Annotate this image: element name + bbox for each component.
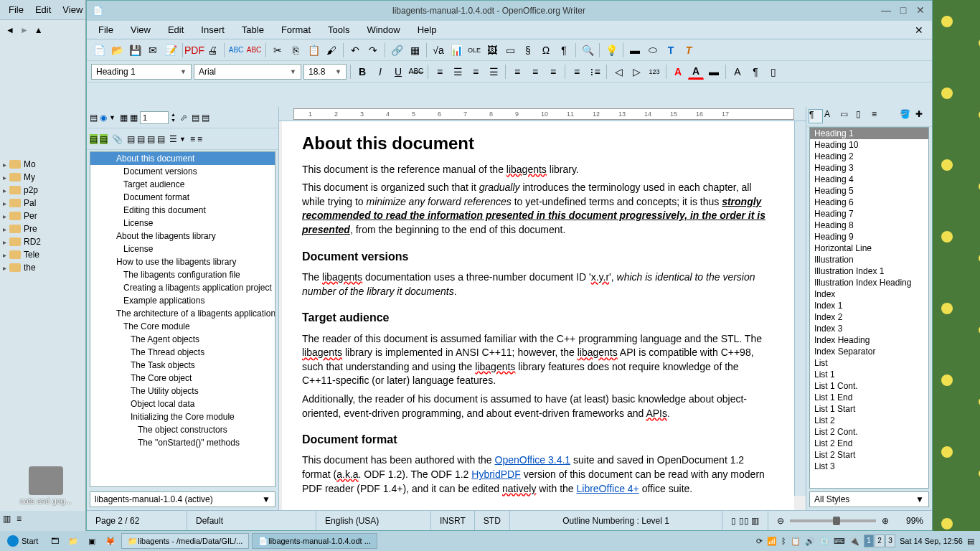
nav-promote-chapter-icon[interactable]: ▤ xyxy=(127,134,135,144)
fm-folder[interactable]: ▸Mo xyxy=(0,158,85,171)
style-item[interactable]: Heading 9 xyxy=(810,231,928,242)
style-item[interactable]: List 3 xyxy=(810,461,928,472)
menu-tools[interactable]: Tools xyxy=(321,22,357,38)
paste-icon[interactable]: 📋 xyxy=(306,42,321,58)
nav-clip-icon[interactable]: 📎 xyxy=(112,134,123,144)
email-icon[interactable]: ✉ xyxy=(145,42,161,58)
highlight-icon[interactable]: A xyxy=(688,64,704,80)
style-item[interactable]: Heading 1 xyxy=(810,128,928,139)
page-styles-icon[interactable]: ▯ xyxy=(856,109,870,123)
style-item[interactable]: Heading 10 xyxy=(810,139,928,151)
nav-heading-levels-icon[interactable]: ☰ xyxy=(169,134,177,144)
save-icon[interactable]: 💾 xyxy=(127,42,143,58)
tray-volume-icon[interactable]: 🔊 xyxy=(805,537,815,546)
fm-menu-edit[interactable]: Edit xyxy=(35,4,51,15)
list-styles-icon[interactable]: ≡ xyxy=(872,109,886,123)
nav-move-down-icon[interactable]: ≡ xyxy=(197,134,202,144)
style-item[interactable]: Heading 6 xyxy=(810,197,928,208)
export-pdf-icon[interactable]: PDF xyxy=(187,42,202,58)
forward-icon[interactable]: ► xyxy=(20,25,29,35)
fm-folder[interactable]: ▸Pre xyxy=(0,222,85,235)
nav-move-up-icon[interactable]: ≡ xyxy=(190,134,195,144)
nav-tree-item[interactable]: Creating a libagents application project xyxy=(90,281,275,294)
font-color-icon[interactable]: A xyxy=(670,64,686,80)
document-page[interactable]: About this document This document is the… xyxy=(282,121,794,510)
tray-removable-icon[interactable]: 💿 xyxy=(819,537,829,546)
horizontal-ruler[interactable]: 1234567891011121314151617 xyxy=(279,107,806,121)
font-name-combo[interactable]: Arial▼ xyxy=(194,64,301,80)
up-icon[interactable]: ▲ xyxy=(34,25,43,35)
fill-format-icon[interactable]: 🪣 xyxy=(900,109,914,123)
italic-icon[interactable]: I xyxy=(372,64,388,80)
paragraph-styles-icon[interactable]: ¶ xyxy=(809,109,823,123)
menu-window[interactable]: Window xyxy=(359,22,407,38)
vertical-scrollbar[interactable] xyxy=(794,121,806,496)
navigator-tree[interactable]: About this documentDocument versionsTarg… xyxy=(90,151,275,487)
status-language[interactable]: English (USA) xyxy=(316,511,431,530)
nav-header-icon[interactable]: ▤ xyxy=(192,113,199,123)
nav-demote-icon[interactable]: ▤ xyxy=(157,134,165,144)
nav-tree-item[interactable]: The Task objects xyxy=(90,359,275,372)
frame-styles-icon[interactable]: ▭ xyxy=(840,109,854,123)
menu-file[interactable]: File xyxy=(91,22,121,38)
nav-compass-icon[interactable]: ◉ xyxy=(100,113,107,123)
nav-promote-icon[interactable]: ▤ xyxy=(147,134,155,144)
nav-tree-item[interactable]: Editing this document xyxy=(90,204,275,217)
menu-view[interactable]: View xyxy=(123,22,158,38)
image-icon[interactable]: 🖼 xyxy=(484,42,500,58)
style-item[interactable]: List 2 Start xyxy=(810,449,928,461)
terminal-icon[interactable]: ▣ xyxy=(84,533,100,549)
style-item[interactable]: List 1 Cont. xyxy=(810,380,928,392)
nav-tree-item[interactable]: Example applications xyxy=(90,294,275,307)
nonprinting-icon[interactable]: ¶ xyxy=(556,42,572,58)
fontwork-icon[interactable]: T xyxy=(681,42,697,58)
align-justify-icon[interactable]: ☰ xyxy=(486,64,501,80)
style-item[interactable]: List 1 Start xyxy=(810,403,928,415)
nav-tree-item[interactable]: The Thread objects xyxy=(90,346,275,359)
hyperlink-icon[interactable]: 🔗 xyxy=(389,42,405,58)
zoom-icon[interactable]: 🔍 xyxy=(580,42,595,58)
ole-icon[interactable]: OLE xyxy=(466,42,482,58)
style-item[interactable]: List 1 End xyxy=(810,392,928,403)
maximize-button[interactable]: □ xyxy=(897,5,909,17)
special-char-icon[interactable]: Ω xyxy=(538,42,554,58)
clock[interactable]: Sat 14 Sep, 12:56 xyxy=(900,537,963,545)
formula-icon[interactable]: √a xyxy=(430,42,446,58)
styles-list[interactable]: Heading 1Heading 10Heading 2Heading 3Hea… xyxy=(809,127,929,489)
tray-wifi-icon[interactable]: 📶 xyxy=(767,537,777,546)
spellcheck-icon[interactable]: ABC xyxy=(228,42,244,58)
minimize-button[interactable]: — xyxy=(880,5,892,17)
nav-page-input[interactable] xyxy=(140,111,169,124)
style-item[interactable]: Heading 7 xyxy=(810,208,928,220)
fm-tool-2[interactable]: ≡ xyxy=(17,514,22,528)
view-layout-icons[interactable]: ▯ ▯▯ ▥ xyxy=(722,511,768,530)
paragraph-dialog-icon[interactable]: ¶ xyxy=(748,64,763,80)
nav-toggle-icon[interactable]: ▤ xyxy=(90,113,98,123)
fm-folder[interactable]: ▸Tele xyxy=(0,248,85,261)
style-item[interactable]: Illustration Index Heading xyxy=(810,277,928,288)
style-item[interactable]: List 1 xyxy=(810,369,928,380)
style-item[interactable]: Heading 2 xyxy=(810,151,928,162)
zoom-percent[interactable]: 99% xyxy=(897,511,932,530)
nav-tree-item[interactable]: Object local data xyxy=(90,397,275,410)
align-center-icon[interactable]: ☰ xyxy=(450,64,466,80)
nav-tree-item[interactable]: The libagents configuration file xyxy=(90,268,275,281)
status-selection-mode[interactable]: STD xyxy=(475,511,510,530)
style-item[interactable]: Illustration Index 1 xyxy=(810,265,928,277)
style-item[interactable]: List xyxy=(810,357,928,369)
tray-battery-icon[interactable]: 🔌 xyxy=(849,537,859,546)
chart-icon[interactable]: 📊 xyxy=(448,42,464,58)
format-paintbrush-icon[interactable]: 🖌 xyxy=(324,42,339,58)
desktop-icon[interactable]: cats and gog... xyxy=(17,466,75,505)
font-size-combo[interactable]: 18.8▼ xyxy=(303,64,347,80)
style-item[interactable]: Heading 4 xyxy=(810,174,928,185)
tray-keyboard-icon[interactable]: ⌨ xyxy=(834,537,845,546)
decrease-indent-icon[interactable]: ◁ xyxy=(611,64,626,80)
style-item[interactable]: Index 1 xyxy=(810,300,928,311)
style-item[interactable]: Heading 8 xyxy=(810,220,928,231)
number-format-icon[interactable]: 123 xyxy=(646,64,662,80)
help-icon[interactable]: 💡 xyxy=(603,42,619,58)
nav-tree-item[interactable]: How to use the libagents library xyxy=(90,255,275,268)
styles-filter-combo[interactable]: All Styles▼ xyxy=(809,491,929,507)
style-item[interactable]: Illustration xyxy=(810,254,928,265)
